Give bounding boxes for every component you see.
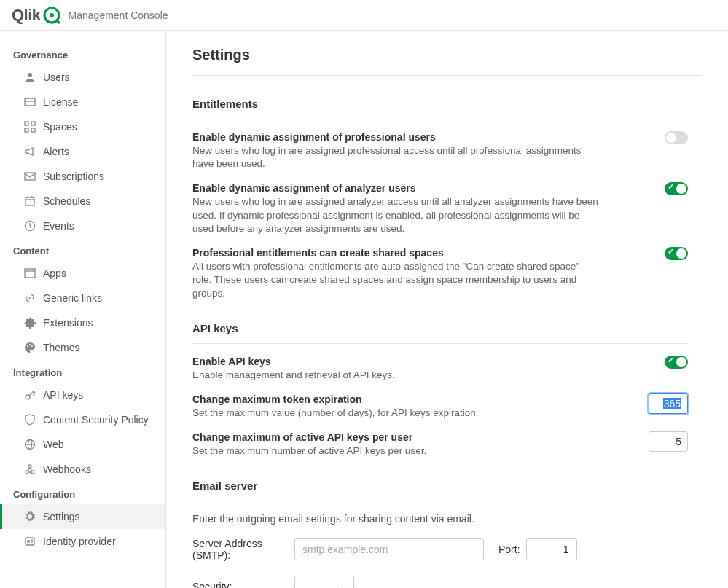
sidebar-item-idp[interactable]: Identity provider (0, 529, 165, 554)
smtp-row: Server Address (SMTP): Port: (192, 530, 688, 568)
svg-rect-10 (25, 173, 35, 180)
svg-point-20 (31, 345, 33, 347)
security-label: Security: (192, 581, 294, 588)
svg-line-2 (56, 20, 60, 23)
nav-section-configuration: Configuration (0, 482, 165, 504)
entitlements-title: Entitlements (192, 98, 688, 119)
dyn-prof-row: Enable dynamic assignment of professiona… (192, 119, 688, 170)
sidebar-item-label: Subscriptions (43, 170, 104, 182)
sidebar-item-alerts[interactable]: Alerts (0, 139, 165, 164)
sidebar-item-events[interactable]: Events (0, 213, 165, 238)
dyn-prof-name: Enable dynamic assignment of professiona… (192, 131, 600, 143)
webhook-icon (24, 463, 36, 475)
sidebar-item-generic-links[interactable]: Generic links (0, 286, 165, 310)
security-select[interactable]: ⌄ (294, 576, 354, 588)
sidebar-item-label: Events (43, 220, 74, 232)
port-input[interactable] (526, 538, 577, 560)
prof-shared-desc: All users with professional entitlements… (192, 260, 600, 300)
max-expiration-row: Change maximum token expiration Set the … (192, 382, 688, 420)
max-expiration-desc: Set the maximum value (number of days), … (192, 407, 478, 420)
sidebar-item-settings[interactable]: Settings (0, 504, 165, 529)
palette-icon (24, 342, 36, 353)
mail-icon (24, 170, 36, 182)
max-active-input[interactable] (649, 431, 688, 452)
svg-point-29 (28, 541, 30, 543)
email-section: Email server Enter the outgoing email se… (192, 458, 688, 588)
sidebar-item-extensions[interactable]: Extensions (0, 310, 165, 335)
page-title: Settings (192, 31, 702, 76)
enable-api-keys-desc: Enable management and retrieval of API k… (192, 369, 395, 382)
max-expiration-name: Change maximum token expiration (192, 393, 478, 405)
logo-q-icon (42, 6, 61, 25)
max-expiration-input[interactable]: 365 (649, 393, 688, 414)
svg-point-3 (28, 73, 32, 77)
sidebar-item-label: Settings (43, 511, 80, 522)
sidebar-item-webhooks[interactable]: Webhooks (0, 457, 165, 482)
sidebar-item-license[interactable]: License (0, 90, 165, 114)
dyn-prof-toggle[interactable] (665, 131, 688, 144)
link-icon (24, 292, 36, 304)
globe-icon (24, 439, 36, 450)
svg-rect-7 (31, 122, 35, 125)
sidebar: GovernanceUsersLicenseSpacesAlertsSubscr… (0, 31, 166, 588)
sidebar-item-label: Spaces (43, 121, 77, 133)
logo: Qlik (12, 6, 61, 25)
enable-api-keys-toggle[interactable] (665, 356, 688, 369)
smtp-input[interactable] (294, 538, 484, 560)
svg-point-18 (27, 345, 28, 347)
apikeys-section: API keys Enable API keys Enable manageme… (192, 300, 688, 458)
sidebar-item-label: Extensions (43, 317, 93, 329)
user-icon (24, 71, 36, 83)
window-icon (24, 267, 36, 279)
calendar-icon (24, 195, 36, 207)
apikeys-title: API keys (192, 322, 688, 344)
sidebar-item-subscriptions[interactable]: Subscriptions (0, 164, 165, 189)
sidebar-item-schedules[interactable]: Schedules (0, 189, 165, 213)
sidebar-item-themes[interactable]: Themes (0, 335, 165, 360)
svg-rect-16 (25, 269, 35, 278)
svg-point-27 (28, 465, 31, 468)
sidebar-item-users[interactable]: Users (0, 65, 165, 90)
badge-icon (24, 536, 36, 547)
logo-text: Qlik (12, 6, 41, 25)
max-active-desc: Set the maximum number of active API key… (192, 444, 426, 458)
entitlements-section: Entitlements Enable dynamic assignment o… (192, 76, 688, 300)
card-icon (24, 96, 36, 108)
shield-icon (24, 414, 36, 426)
svg-point-1 (50, 13, 54, 17)
sidebar-item-api-keys[interactable]: API keys (0, 383, 165, 407)
sidebar-item-web[interactable]: Web (0, 432, 165, 457)
header: Qlik Management Console (0, 0, 728, 31)
prof-shared-toggle[interactable] (665, 247, 688, 260)
email-intro: Enter the outgoing email settings for sh… (192, 501, 688, 530)
prof-shared-name: Professional entitlements can create sha… (192, 247, 600, 259)
grid-icon (24, 121, 36, 133)
sidebar-item-label: Generic links (43, 292, 102, 304)
gear-icon (24, 511, 36, 522)
sidebar-item-spaces[interactable]: Spaces (0, 114, 165, 139)
app-title: Management Console (69, 9, 168, 21)
dyn-analyzer-desc: New users who log in are assigned analyz… (192, 195, 600, 235)
svg-rect-11 (26, 197, 34, 205)
sidebar-item-label: Webhooks (43, 463, 91, 475)
dyn-analyzer-name: Enable dynamic assignment of analyzer us… (192, 182, 600, 194)
email-title: Email server (192, 479, 688, 501)
sidebar-item-label: Web (43, 439, 64, 450)
nav-section-integration: Integration (0, 360, 165, 383)
sidebar-item-csp[interactable]: Content Security Policy (0, 407, 165, 432)
sidebar-item-apps[interactable]: Apps (0, 261, 165, 286)
sidebar-item-label: License (43, 96, 78, 108)
enable-api-keys-row: Enable API keys Enable management and re… (192, 344, 688, 382)
enable-api-keys-name: Enable API keys (192, 356, 395, 367)
sidebar-item-label: Themes (43, 342, 80, 353)
main-content: Settings Entitlements Enable dynamic ass… (166, 31, 728, 588)
sidebar-item-label: API keys (43, 389, 83, 401)
security-row: Security: ⌄ (192, 568, 688, 588)
clock-icon (24, 220, 36, 232)
prof-shared-row: Professional entitlements can create sha… (192, 235, 688, 300)
dyn-analyzer-toggle[interactable] (665, 182, 688, 195)
svg-rect-9 (31, 128, 35, 132)
key-icon (24, 389, 36, 401)
nav-section-governance: Governance (0, 42, 165, 65)
max-active-name: Change maximum of active API keys per us… (192, 431, 426, 443)
